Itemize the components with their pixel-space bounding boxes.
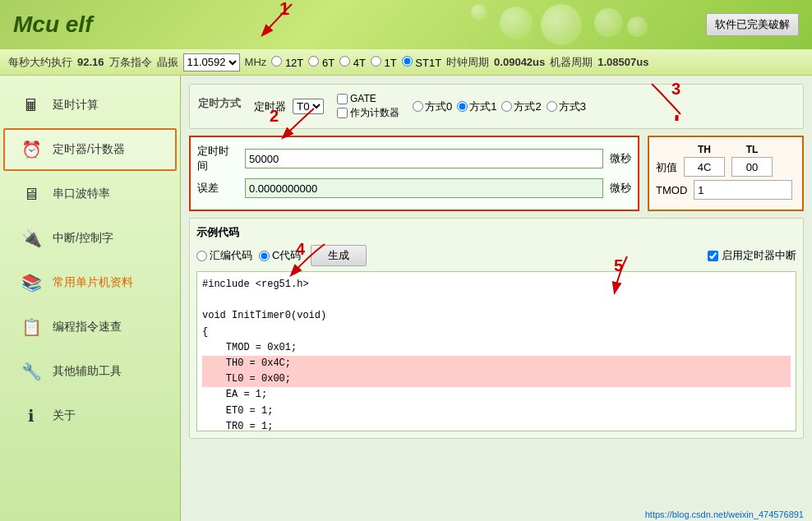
arrow-4 bbox=[271, 240, 329, 281]
crack-button[interactable]: 软件已完美破解 bbox=[706, 13, 799, 36]
code-line-1: void InitTimer0(void) bbox=[202, 308, 791, 324]
error-label: 误差 bbox=[197, 181, 238, 196]
sidebar-label-interrupt: 中断/控制字 bbox=[53, 231, 113, 246]
asm-radio[interactable]: 汇编代码 bbox=[196, 248, 252, 263]
sidebar-item-delay[interactable]: 🖩 延时计算 bbox=[3, 84, 177, 127]
delay-icon: 🖩 bbox=[18, 92, 44, 118]
content-area: 定时方式 定时器 T0 T1 GATE 作为计数器 方式0 方式1 方式2 bbox=[181, 76, 812, 521]
mode0-radio[interactable]: 方式0 bbox=[413, 99, 452, 114]
sidebar-label-tools: 其他辅助工具 bbox=[53, 364, 122, 379]
header: Mcu elf 1 软件已完美破解 bbox=[0, 0, 812, 49]
tl-col: TL 00 bbox=[731, 144, 773, 177]
sidebar-label-program: 编程指令速查 bbox=[53, 320, 122, 334]
mode-st1t[interactable]: ST1T bbox=[402, 56, 441, 69]
asm-label: 汇编代码 bbox=[210, 248, 252, 263]
code-line-8: TR0 = 1; bbox=[202, 419, 791, 431]
tmod-label: TMOD bbox=[656, 184, 687, 196]
crystal-unit: MHz bbox=[245, 56, 267, 68]
arrow-5 bbox=[602, 252, 652, 297]
sidebar-label-serial: 串口波特率 bbox=[53, 187, 110, 201]
instruction-label: 每秒大约执行 bbox=[8, 55, 72, 70]
th-col: TH 4C bbox=[684, 144, 725, 177]
code-line-7: ET0 = 1; bbox=[202, 403, 791, 419]
sidebar: 🖩 延时计算 ⏰ 定时器/计数器 🖥 串口波特率 🔌 中断/控制字 📚 常用单片… bbox=[0, 76, 181, 521]
gate-label: GATE bbox=[350, 93, 376, 104]
time-row: 定时时间 50000 微秒 bbox=[197, 144, 631, 173]
interrupt-label: 启用定时器中断 bbox=[722, 248, 796, 263]
sidebar-label-timer: 定时器/计数器 bbox=[53, 142, 125, 157]
error-row: 误差 0.0000000000 微秒 bbox=[197, 178, 631, 198]
tl-col-label: TL bbox=[731, 144, 773, 155]
program-icon: 📋 bbox=[18, 314, 44, 340]
mode2-radio[interactable]: 方式2 bbox=[501, 99, 541, 114]
time-unit: 微秒 bbox=[610, 151, 631, 166]
sidebar-label-common: 常用单片机资料 bbox=[53, 275, 133, 290]
th-col-label: TH bbox=[684, 144, 725, 155]
sidebar-item-interrupt[interactable]: 🔌 中断/控制字 bbox=[3, 217, 177, 260]
code-line-2: { bbox=[202, 325, 791, 340]
about-icon: ℹ bbox=[18, 403, 44, 429]
mode-12t[interactable]: 12T bbox=[271, 56, 303, 69]
crystal-label: 晶振 bbox=[157, 55, 178, 70]
gate-check[interactable]: GATE bbox=[337, 93, 399, 104]
code-line-6: EA = 1; bbox=[202, 387, 791, 403]
error-value-input[interactable]: 0.0000000000 bbox=[245, 178, 603, 198]
sidebar-label-about: 关于 bbox=[53, 408, 76, 423]
time-value-input[interactable]: 50000 bbox=[245, 149, 603, 168]
tmod-row: TMOD 1 bbox=[656, 180, 796, 200]
serial-icon: 🖥 bbox=[18, 181, 44, 207]
init-values-panel: 初值 TH 4C TL 00 TMOD 1 bbox=[648, 136, 804, 211]
timer-checkbox-group: GATE 作为计数器 bbox=[337, 93, 399, 120]
tmod-input[interactable]: 1 bbox=[694, 180, 792, 200]
tools-icon: 🔧 bbox=[18, 358, 44, 385]
timer-mode-title: 定时方式 bbox=[198, 96, 241, 111]
toolbar: 每秒大约执行 92.16 万条指令 晶振 11.0592 12.0000 6.0… bbox=[0, 49, 812, 76]
counter-check[interactable]: 作为计数器 bbox=[337, 106, 399, 120]
mode-1t[interactable]: 1T bbox=[371, 56, 397, 69]
interrupt-checkbox[interactable] bbox=[708, 251, 718, 261]
main-layout: 🖩 延时计算 ⏰ 定时器/计数器 🖥 串口波特率 🔌 中断/控制字 📚 常用单片… bbox=[0, 76, 812, 521]
mode3-radio[interactable]: 方式3 bbox=[547, 99, 586, 114]
code-panel-title: 示例代码 bbox=[196, 225, 796, 240]
sidebar-label-delay: 延时计算 bbox=[53, 98, 99, 113]
sidebar-item-about[interactable]: ℹ 关于 bbox=[3, 394, 177, 437]
th-tl-cols: TH 4C TL 00 bbox=[684, 144, 773, 177]
counter-label: 作为计数器 bbox=[350, 106, 399, 120]
init-th-tl-section: 初值 TH 4C TL 00 bbox=[656, 144, 796, 177]
interrupt-check-group: 启用定时器中断 bbox=[708, 248, 796, 263]
code-area[interactable]: #include <reg51.h> void InitTimer0(void)… bbox=[196, 271, 796, 431]
sidebar-item-serial[interactable]: 🖥 串口波特率 bbox=[3, 173, 177, 215]
machine-period-value: 1.08507us bbox=[597, 56, 648, 68]
arrow-1 bbox=[238, 0, 304, 41]
common-icon: 📚 bbox=[18, 270, 44, 296]
time-label: 定时时间 bbox=[197, 144, 238, 173]
clock-period-label: 时钟周期 bbox=[446, 55, 489, 70]
mode-radio-group: 方式0 方式1 方式2 方式3 bbox=[413, 99, 586, 114]
sidebar-item-tools[interactable]: 🔧 其他辅助工具 bbox=[3, 350, 177, 393]
code-line-3: TMOD = 0x01; bbox=[202, 340, 791, 356]
error-unit: 微秒 bbox=[610, 181, 631, 196]
mode-6t[interactable]: 6T bbox=[308, 56, 334, 69]
sidebar-item-timer[interactable]: ⏰ 定时器/计数器 bbox=[3, 128, 177, 171]
tl-input[interactable]: 00 bbox=[731, 157, 773, 177]
clock-period-value: 0.09042us bbox=[494, 56, 545, 68]
instruction-value: 92.16 bbox=[77, 56, 104, 68]
time-init-row: 定时时间 50000 微秒 误差 0.0000000000 微秒 初值 TH bbox=[189, 136, 804, 211]
code-line-4: TH0 = 0x4C; bbox=[202, 356, 791, 371]
crystal-select[interactable]: 11.0592 12.0000 6.0000 bbox=[183, 53, 240, 71]
instruction-unit: 万条指令 bbox=[109, 55, 152, 70]
interrupt-icon: 🔌 bbox=[18, 225, 44, 251]
code-line-5: TL0 = 0x00; bbox=[202, 371, 791, 387]
sidebar-item-program[interactable]: 📋 编程指令速查 bbox=[3, 306, 177, 348]
mode1-radio[interactable]: 方式1 bbox=[457, 99, 496, 114]
machine-period-label: 机器周期 bbox=[550, 55, 593, 70]
app-title: Mcu elf bbox=[13, 12, 92, 38]
time-input-panel: 定时时间 50000 微秒 误差 0.0000000000 微秒 bbox=[189, 136, 639, 211]
sidebar-item-common[interactable]: 📚 常用单片机资料 bbox=[3, 261, 177, 304]
timer-icon: ⏰ bbox=[18, 136, 44, 163]
mode-4t[interactable]: 4T bbox=[339, 56, 366, 69]
watermark: https://blog.csdn.net/weixin_474576891 bbox=[645, 509, 804, 519]
th-input[interactable]: 4C bbox=[684, 157, 725, 177]
arrow-3 bbox=[648, 80, 713, 121]
init-label: 初值 bbox=[656, 160, 677, 175]
